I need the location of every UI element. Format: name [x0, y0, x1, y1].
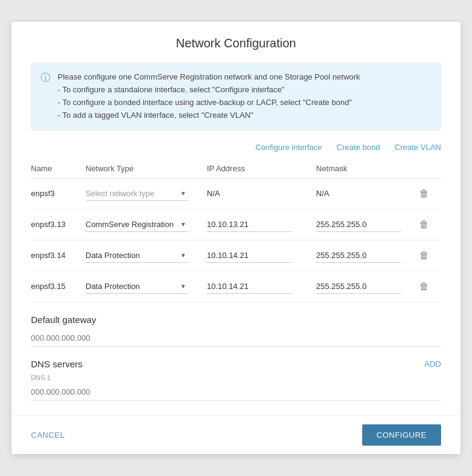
cancel-button[interactable]: CANCEL: [31, 430, 65, 440]
row-netmask-2: [316, 217, 417, 232]
table-row: enpsf3.13 Select network type CommServe …: [31, 209, 441, 240]
row-network-type-2: Select network type CommServe Registrati…: [86, 217, 207, 232]
configure-button[interactable]: CONFIGURE: [362, 424, 442, 446]
info-icon: ⓘ: [41, 72, 50, 84]
ip-input-2[interactable]: [207, 217, 292, 232]
row-delete-1: 🗑: [417, 186, 441, 202]
netmask-value-1: N/A: [316, 189, 329, 198]
row-ip-3: [207, 248, 316, 263]
network-type-select-wrapper-4: Select network type CommServe Registrati…: [86, 279, 189, 294]
dns-servers-label: DNS servers: [31, 359, 83, 369]
network-type-select-1[interactable]: Select network type CommServe Registrati…: [86, 186, 189, 201]
netmask-input-4[interactable]: [316, 279, 401, 294]
ip-value-1: N/A: [207, 189, 220, 198]
network-type-select-4[interactable]: Select network type CommServe Registrati…: [86, 279, 189, 294]
delete-button-1[interactable]: 🗑: [417, 186, 431, 202]
delete-button-3[interactable]: 🗑: [417, 248, 431, 264]
row-name-2: enpsf3.13: [31, 220, 86, 229]
gateway-input[interactable]: [31, 330, 441, 347]
row-delete-2: 🗑: [417, 217, 441, 233]
row-network-type-3: Select network type CommServe Registrati…: [86, 248, 207, 263]
row-name-3: enpsf3.14: [31, 251, 86, 260]
header-ip-address: IP Address: [207, 164, 316, 173]
dns-header: DNS servers ADD: [31, 359, 441, 369]
add-dns-link[interactable]: ADD: [425, 359, 441, 369]
network-type-select-3[interactable]: Select network type CommServe Registrati…: [86, 248, 189, 263]
header-name: Name: [31, 164, 86, 173]
header-actions: [417, 164, 441, 173]
netmask-input-2[interactable]: [316, 217, 401, 232]
row-netmask-4: [316, 279, 417, 294]
action-links: Configure interface Create bond Create V…: [31, 143, 441, 152]
row-netmask-1: N/A: [316, 189, 417, 198]
delete-button-2[interactable]: 🗑: [417, 217, 431, 233]
row-network-type-4: Select network type CommServe Registrati…: [86, 279, 207, 294]
header-netmask: Netmask: [316, 164, 417, 173]
row-ip-1: N/A: [207, 189, 316, 198]
row-name-1: enpsf3: [31, 189, 86, 198]
netmask-input-3[interactable]: [316, 248, 401, 263]
row-ip-4: [207, 279, 316, 294]
row-delete-4: 🗑: [417, 279, 441, 294]
table-row: enpsf3 Select network type CommServe Reg…: [31, 178, 441, 209]
table-header: Name Network Type IP Address Netmask: [31, 159, 441, 178]
network-type-select-wrapper-2: Select network type CommServe Registrati…: [86, 217, 189, 232]
dns-input-1[interactable]: [31, 384, 441, 401]
ip-input-3[interactable]: [207, 248, 292, 263]
info-text: Please configure one CommServe Registrat…: [58, 71, 360, 121]
row-ip-2: [207, 217, 316, 232]
table-row: enpsf3.14 Select network type CommServe …: [31, 240, 441, 271]
dialog-title: Network Configuration: [31, 36, 441, 50]
row-name-4: enpsf3.15: [31, 282, 86, 291]
row-network-type-1: Select network type CommServe Registrati…: [86, 186, 207, 201]
create-vlan-link[interactable]: Create VLAN: [394, 143, 441, 152]
network-type-select-2[interactable]: Select network type CommServe Registrati…: [86, 217, 189, 232]
dns-sublabel-1: DNS 1: [31, 374, 441, 381]
network-type-select-wrapper-3: Select network type CommServe Registrati…: [86, 248, 189, 263]
row-delete-3: 🗑: [417, 248, 441, 264]
table-row: enpsf3.15 Select network type CommServe …: [31, 271, 441, 302]
configure-interface-link[interactable]: Configure interface: [255, 143, 322, 152]
dialog-footer: CANCEL CONFIGURE: [12, 415, 460, 454]
ip-input-4[interactable]: [207, 279, 292, 294]
dialog-body: Network Configuration ⓘ Please configure…: [12, 22, 460, 415]
row-netmask-3: [316, 248, 417, 263]
header-network-type: Network Type: [86, 164, 207, 173]
delete-button-4[interactable]: 🗑: [417, 279, 431, 294]
dns-entry-1: DNS 1: [31, 374, 441, 401]
network-configuration-dialog: Network Configuration ⓘ Please configure…: [12, 22, 460, 454]
create-bond-link[interactable]: Create bond: [337, 143, 380, 152]
default-gateway-label: Default gateway: [31, 314, 441, 325]
info-box: ⓘ Please configure one CommServe Registr…: [31, 63, 441, 130]
network-type-select-wrapper-1: Select network type CommServe Registrati…: [86, 186, 189, 201]
